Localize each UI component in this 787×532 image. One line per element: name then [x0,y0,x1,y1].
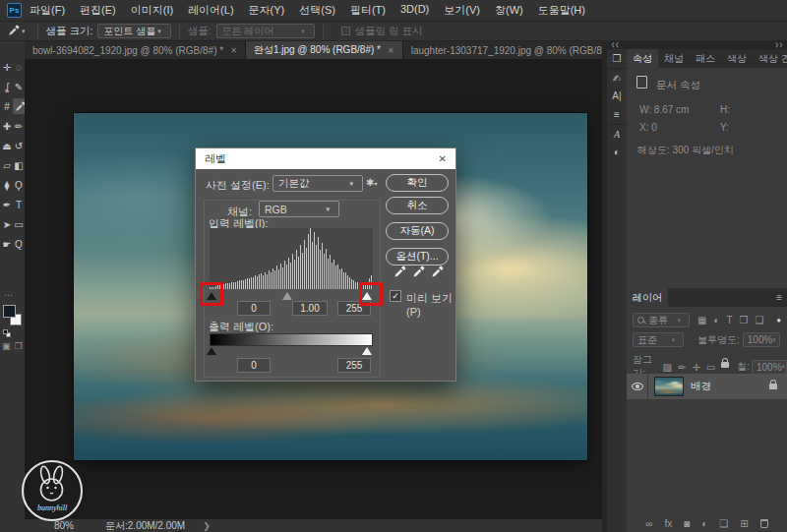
filter-smart-objects-icon[interactable]: ❏ [756,315,764,325]
crop-tool[interactable]: # [1,98,13,114]
cancel-button[interactable]: 취소 [386,197,449,214]
spot-healing-tool[interactable]: ✚ [1,118,13,134]
lock-all-icon[interactable] [721,362,729,368]
menu-item[interactable]: 창(W) [495,3,523,18]
input-black-field[interactable]: 0 [237,301,271,316]
tab-close-icon[interactable]: ✕ [388,46,394,55]
screen-mode-icon[interactable]: ❐ [15,341,23,351]
marquee-tool[interactable]: ◌ [13,59,25,75]
panel-menu-icon[interactable]: ≡ [776,288,787,307]
quick-mask-icon[interactable]: ▣ [2,341,11,351]
lock-pixels-icon[interactable]: ✏ [678,362,686,373]
preview-checkbox[interactable]: ✓ [390,290,401,302]
hand-tool[interactable]: ☛ [1,236,13,252]
menu-item[interactable]: 필터(T) [350,3,386,18]
dialog-title-bar[interactable]: 레벨 ✕ [196,148,455,169]
channel-dropdown[interactable]: RGB▾ [259,201,339,217]
output-white-field[interactable]: 255 [337,358,371,373]
menu-item[interactable]: 보기(V) [444,3,480,18]
foreground-color-swatch[interactable] [3,305,16,318]
close-icon[interactable]: ✕ [439,153,447,164]
ok-button[interactable]: 확인 [386,174,449,192]
menu-item[interactable]: 편집(E) [80,3,116,18]
tab-layers[interactable]: 레이어 [627,288,668,307]
add-mask-icon[interactable]: ◙ [684,518,690,529]
options-button[interactable]: 옵션(T)... [386,248,449,266]
layer-visibility-toggle[interactable] [627,374,648,399]
menu-item[interactable]: 선택(S) [299,3,335,18]
collapse-panels-icon[interactable]: ❯❯ [775,41,783,49]
tab-properties-active[interactable]: 속성 [627,49,658,68]
history-brush-tool[interactable]: ↺ [13,138,25,153]
menu-item[interactable]: 파일(F) [30,3,65,18]
menu-item[interactable]: 도움말(H) [538,3,585,18]
menu-item[interactable]: 레이어(L) [188,3,233,18]
blur-tool[interactable]: ⧫ [1,177,13,193]
preset-options-gear-icon[interactable]: ✱▾ [366,177,377,188]
layer-thumbnail[interactable] [654,377,684,396]
brush-tool[interactable]: ✏ [13,118,25,134]
preset-dropdown[interactable]: 기본값▾ [272,175,363,192]
filter-shape-layers-icon[interactable]: ❒ [740,315,749,325]
glyphs-panel-icon[interactable]: A [607,124,627,143]
tab-panel[interactable]: 색상 [721,49,753,68]
output-black-slider[interactable] [207,347,216,355]
input-gamma-slider[interactable] [282,292,292,300]
filter-adjustment-layers-icon[interactable]: ◐ [713,315,719,325]
menu-item[interactable]: 문자(Y) [249,3,285,18]
adjustment-layer-icon[interactable]: ◐ [701,518,707,529]
lock-artboard-icon[interactable]: ▭ [706,362,715,373]
tab-panel[interactable]: 패스 [690,49,721,68]
eyedropper-tool-icon[interactable] [8,25,20,38]
gradient-tool[interactable]: ◧ [13,157,25,173]
more-tools-icon[interactable]: ⋯ [4,290,14,300]
quick-selection-tool[interactable]: ✎ [13,79,25,94]
tab-panel[interactable]: 색상 견본 [753,49,787,68]
brush-settings-panel-icon[interactable]: ✍ [607,68,627,87]
paragraph-panel-icon[interactable]: ≡ [607,105,627,124]
auto-button[interactable]: 자동(A) [386,222,449,240]
gray-point-dropper-icon[interactable] [412,266,425,280]
layer-row-background[interactable]: 배경 [627,374,787,399]
lock-transparency-icon[interactable]: ▨ [663,362,672,373]
tab-panel[interactable]: 채널 [658,49,690,68]
new-layer-icon[interactable]: ⊞ [740,518,748,529]
black-point-dropper-icon[interactable] [394,266,406,280]
status-chevron-icon[interactable]: ❯ [203,521,211,531]
eraser-tool[interactable]: ▱ [1,157,13,173]
move-tool[interactable]: ✛ [1,59,13,75]
path-selection-tool[interactable]: ➤ [1,216,13,232]
link-layers-icon[interactable]: ∞ [645,518,652,529]
delete-layer-icon[interactable] [760,519,768,528]
menu-item[interactable]: 3D(D) [400,3,429,18]
input-gamma-field[interactable]: 1.00 [292,301,328,316]
output-white-slider[interactable] [362,347,372,355]
pen-tool[interactable]: ✒ [1,197,13,212]
document-tab[interactable]: 완성1.jpg @ 80% (RGB/8#) *✕ [246,41,403,59]
clone-source-panel-icon[interactable]: ❐ [607,49,627,68]
dodge-tool[interactable]: Ϙ [13,177,25,193]
document-tab[interactable]: bowl-3694082_1920.jpg @ 80% (RGB/8#) *✕ [25,41,246,59]
filter-type-layers-icon[interactable]: T [727,315,733,325]
filter-toggle-icon[interactable]: ● [776,316,781,325]
shape-tool[interactable]: ▭ [13,216,25,232]
zoom-tool[interactable]: Q [13,236,25,252]
default-colors-icon[interactable] [3,329,11,337]
character-panel-icon[interactable]: A| [607,87,627,105]
adjustments-panel-icon[interactable]: ◐ [607,143,627,161]
type-tool[interactable]: T [13,197,25,212]
lasso-tool[interactable]: ʆ [1,79,13,94]
white-point-dropper-icon[interactable] [431,266,444,280]
sample-size-dropdown[interactable]: 포인트 샘플 ▾ [97,24,170,38]
expand-panels-icon[interactable]: ❮❮ [611,41,619,49]
filter-pixel-layers-icon[interactable]: ▦ [697,315,706,325]
clone-stamp-tool[interactable]: ⏏ [1,138,13,153]
tool-preset-caret-icon[interactable]: ▾ [22,28,26,35]
layer-style-icon[interactable]: fx [664,518,672,529]
lock-position-icon[interactable]: ✛ [692,362,699,373]
new-group-icon[interactable]: ❏ [719,518,728,529]
tab-close-icon[interactable]: ✕ [230,46,237,55]
opacity-dropdown: 100% ▾ [743,332,780,347]
output-black-field[interactable]: 0 [237,358,271,373]
menu-item[interactable]: 이미지(I) [131,3,173,18]
